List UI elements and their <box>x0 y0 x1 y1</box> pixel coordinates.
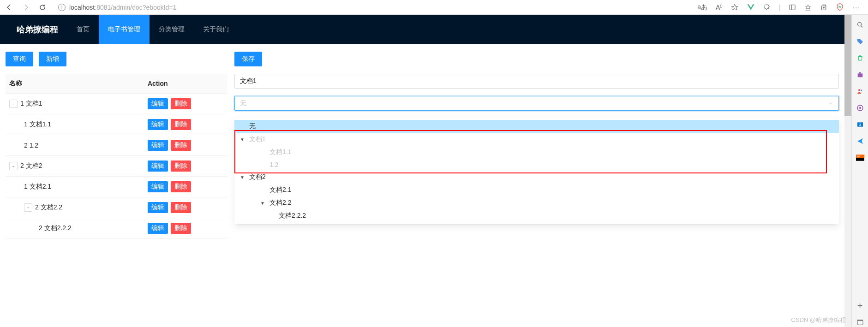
svg-point-6 <box>857 23 861 26</box>
forward-button[interactable] <box>20 2 31 13</box>
tree-select-option[interactable]: ▼文档2.2 <box>234 196 839 209</box>
table-row: 1 文档1.1编辑删除 <box>6 114 227 135</box>
tag-icon[interactable] <box>856 37 865 46</box>
more-icon[interactable]: ··· <box>852 4 861 11</box>
query-button[interactable]: 查询 <box>6 52 33 66</box>
svg-point-11 <box>861 89 862 91</box>
table-row: 2 1.2编辑删除 <box>6 135 227 156</box>
toolbox-icon[interactable] <box>856 70 865 79</box>
parent-select[interactable]: 无 <box>234 96 839 111</box>
refresh-button[interactable] <box>37 2 48 13</box>
tree-select-option[interactable]: 文档2.2.2 <box>234 209 839 222</box>
delete-button[interactable]: 删除 <box>171 119 191 130</box>
row-label: 1 文档2.1 <box>24 183 51 190</box>
edit-button[interactable]: 编辑 <box>148 161 168 172</box>
chevron-down-icon <box>828 101 833 106</box>
shopping-icon[interactable] <box>856 54 865 63</box>
nav-item-2[interactable]: 分类管理 <box>150 15 194 44</box>
svg-rect-9 <box>859 72 861 74</box>
option-label: 文档2.2 <box>269 199 291 207</box>
extension-icon[interactable] <box>763 4 771 11</box>
favorite-icon[interactable] <box>731 4 738 11</box>
table-row: 2 文档2.2.2编辑删除 <box>6 218 227 239</box>
watermark: CSDN @哈弟撩编程 <box>791 316 846 324</box>
delete-button[interactable]: 删除 <box>171 223 191 234</box>
back-button[interactable] <box>4 2 15 13</box>
delete-button[interactable]: 删除 <box>171 181 191 192</box>
delete-button[interactable]: 删除 <box>171 202 191 213</box>
svg-line-7 <box>861 26 862 27</box>
row-label: 2 文档2.2.2 <box>39 224 72 232</box>
tree-select-option[interactable]: 文档2.1 <box>234 184 839 196</box>
url-rest: :8081/admin/doc?ebookId=1 <box>95 4 176 11</box>
table-row: -2 文档2.2编辑删除 <box>6 197 227 218</box>
read-aloud-icon[interactable]: A)) <box>716 4 723 11</box>
delete-button[interactable]: 删除 <box>171 98 191 109</box>
caret-icon: ▼ <box>240 175 249 180</box>
option-label: 1.2 <box>269 161 278 168</box>
collections-icon[interactable] <box>820 4 827 11</box>
search-icon[interactable] <box>856 20 865 30</box>
doc-form-panel: 保存 无 无▼文档1文档1.11.2▼文档2文档2.1▼文档2.2文档2.2.2 <box>234 52 839 239</box>
nav-menu: 首页电子书管理分类管理关于我们 <box>67 15 238 44</box>
games-icon[interactable] <box>856 103 865 113</box>
option-label: 无 <box>249 122 256 131</box>
expand-toggle[interactable]: - <box>9 162 18 170</box>
address-bar[interactable]: i localhost:8081/admin/doc?ebookId=1 <box>54 4 692 11</box>
edit-button[interactable]: 编辑 <box>148 202 168 213</box>
doc-name-input[interactable] <box>234 74 839 89</box>
add-button[interactable]: 新增 <box>39 52 66 66</box>
nav-item-1[interactable]: 电子书管理 <box>99 15 150 44</box>
tree-select-option: ▼文档1 <box>234 133 839 146</box>
tree-select-option: 1.2 <box>234 159 839 171</box>
translate-icon[interactable]: aあ <box>697 3 707 12</box>
svg-rect-19 <box>857 321 863 325</box>
site-info-icon[interactable]: i <box>58 4 66 11</box>
col-action: Action <box>144 74 227 94</box>
edit-button[interactable]: 编辑 <box>148 98 168 109</box>
favorites-bar-icon[interactable] <box>804 4 812 11</box>
table-row: -1 文档1编辑删除 <box>6 94 227 114</box>
caret-icon: ▼ <box>260 201 269 206</box>
tree-select-option[interactable]: ▼文档2 <box>234 171 839 184</box>
scrollbar-thumb[interactable] <box>844 15 851 116</box>
expand-toggle[interactable]: - <box>24 203 32 212</box>
nav-item-0[interactable]: 首页 <box>67 15 99 44</box>
delete-button[interactable]: 删除 <box>171 140 191 151</box>
svg-rect-8 <box>857 73 862 77</box>
performance-icon[interactable] <box>836 3 844 12</box>
vue-devtools-icon[interactable] <box>747 3 755 12</box>
edit-button[interactable]: 编辑 <box>148 181 168 192</box>
edit-button[interactable]: 编辑 <box>148 140 168 151</box>
add-panel-icon[interactable]: + <box>856 301 865 310</box>
expand-toggle[interactable]: - <box>9 100 18 108</box>
people-icon[interactable] <box>856 87 865 96</box>
edit-button[interactable]: 编辑 <box>148 119 168 130</box>
svg-point-10 <box>858 89 860 91</box>
vertical-scrollbar[interactable] <box>844 15 851 327</box>
tree-select-option: 文档1.1 <box>234 146 839 159</box>
svg-rect-20 <box>857 320 863 321</box>
nav-item-3[interactable]: 关于我们 <box>194 15 238 44</box>
row-label: 2 文档2.2 <box>35 203 62 211</box>
sidebar-toggle-icon[interactable] <box>789 4 796 11</box>
svg-text:O: O <box>858 123 861 126</box>
row-label: 1 文档1 <box>20 100 42 107</box>
col-name: 名称 <box>6 74 144 94</box>
row-label: 1 文档1.1 <box>24 120 51 128</box>
option-label: 文档1 <box>249 135 266 143</box>
outlook-icon[interactable]: O <box>856 120 865 129</box>
settings-panel-icon[interactable] <box>856 318 865 327</box>
parent-select-dropdown: 无▼文档1文档1.11.2▼文档2文档2.1▼文档2.2文档2.2.2 <box>234 118 839 224</box>
save-button[interactable]: 保存 <box>234 52 262 66</box>
url-host: localhost <box>69 4 95 11</box>
separator: | <box>779 4 781 11</box>
tree-select-option[interactable]: 无 <box>234 120 839 133</box>
video-icon[interactable]: Vid <box>856 153 865 162</box>
edit-button[interactable]: 编辑 <box>148 223 168 234</box>
caret-icon: ▼ <box>240 137 249 142</box>
doc-tree-panel: 查询 新增 名称 Action -1 文档1编辑删除1 文档1.1编辑删除2 1… <box>6 52 227 239</box>
delete-button[interactable]: 删除 <box>171 161 191 172</box>
send-icon[interactable] <box>856 137 865 146</box>
svg-text:Vid: Vid <box>856 155 860 158</box>
